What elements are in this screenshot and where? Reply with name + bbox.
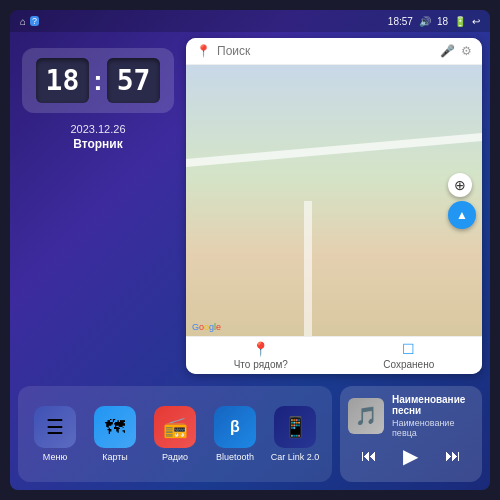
left-panel: 18 : 57 2023.12.26 Вторник: [18, 38, 178, 374]
map-saved-icon: ☐: [402, 341, 415, 357]
map-settings-icon[interactable]: ⚙: [461, 44, 472, 58]
music-play-button[interactable]: ▶: [403, 444, 418, 468]
app-icon-radio: 📻: [154, 406, 196, 448]
music-artist: Наименование певца: [392, 418, 474, 438]
app-item-menu[interactable]: ☰ Меню: [30, 406, 80, 462]
volume-icon: 🔊: [419, 16, 431, 27]
clock-hours: 18: [36, 58, 90, 103]
music-prev-button[interactable]: ⏮: [361, 447, 377, 465]
map-bottom-bar: 📍 Что рядом? ☐ Сохранено: [186, 336, 482, 374]
battery-icon: 🔋: [454, 16, 466, 27]
app-item-bluetooth[interactable]: β Bluetooth: [210, 406, 260, 462]
home-icon[interactable]: ⌂: [20, 16, 26, 27]
music-player: 🎵 Наименование песни Наименование певца …: [340, 386, 482, 482]
map-saved-button[interactable]: ☐ Сохранено: [383, 341, 434, 370]
map-area[interactable]: ⊕ ▲ Google: [186, 65, 482, 336]
map-pin-icon: 📍: [196, 44, 211, 58]
map-fab-buttons: ⊕ ▲: [448, 173, 476, 229]
app-label-bluetooth: Bluetooth: [216, 452, 254, 462]
date-info: 2023.12.26 Вторник: [70, 123, 125, 151]
music-text: Наименование песни Наименование певца: [392, 394, 474, 438]
map-navigate-icon[interactable]: ▲: [448, 201, 476, 229]
clock-widget: 18 : 57: [22, 48, 175, 113]
app-icon-bluetooth: β: [214, 406, 256, 448]
app-label-menu: Меню: [43, 452, 67, 462]
clock-separator: :: [93, 65, 102, 97]
map-nearby-label: Что рядом?: [234, 359, 288, 370]
main-content: 18 : 57 2023.12.26 Вторник 📍 🎤 ⚙: [10, 32, 490, 380]
app-label-carlink: Car Link 2.0: [271, 452, 320, 462]
status-bar-right: 18:57 🔊 18 🔋 ↩: [388, 16, 480, 27]
app-icon-menu: ☰: [34, 406, 76, 448]
app-label-maps: Карты: [102, 452, 128, 462]
question-icon[interactable]: ?: [30, 16, 39, 26]
date-text: 2023.12.26: [70, 123, 125, 135]
right-panel: 📍 🎤 ⚙ ⊕ ▲ Google 📍: [186, 38, 482, 374]
day-text: Вторник: [70, 137, 125, 151]
music-album-art: 🎵: [348, 398, 384, 434]
app-item-carlink[interactable]: 📱 Car Link 2.0: [270, 406, 320, 462]
app-icon-carlink: 📱: [274, 406, 316, 448]
clock-minutes: 57: [107, 58, 161, 103]
time-display: 18:57: [388, 16, 413, 27]
music-info-row: 🎵 Наименование песни Наименование певца: [348, 394, 474, 438]
app-grid: ☰ Меню 🗺 Карты 📻 Радио β Bluetooth 📱 Car…: [18, 386, 332, 482]
battery-level: 18: [437, 16, 448, 27]
music-title: Наименование песни: [392, 394, 474, 416]
google-logo: Google: [192, 322, 221, 332]
map-saved-label: Сохранено: [383, 359, 434, 370]
app-item-radio[interactable]: 📻 Радио: [150, 406, 200, 462]
music-controls: ⏮ ▶ ⏭: [348, 444, 474, 468]
device-frame: ⌂ ? 18:57 🔊 18 🔋 ↩ 18 : 57 2023.12.26 Вт…: [10, 10, 490, 490]
bottom-section: ☰ Меню 🗺 Карты 📻 Радио β Bluetooth 📱 Car…: [10, 380, 490, 490]
status-bar-left: ⌂ ?: [20, 16, 39, 27]
map-nearby-icon: 📍: [252, 341, 269, 357]
back-icon[interactable]: ↩: [472, 16, 480, 27]
map-mic-icon[interactable]: 🎤: [440, 44, 455, 58]
map-zoom-target-icon[interactable]: ⊕: [448, 173, 472, 197]
map-container[interactable]: 📍 🎤 ⚙ ⊕ ▲ Google 📍: [186, 38, 482, 374]
app-label-radio: Радио: [162, 452, 188, 462]
map-search-input[interactable]: [217, 44, 434, 58]
status-bar: ⌂ ? 18:57 🔊 18 🔋 ↩: [10, 10, 490, 32]
map-search-bar[interactable]: 📍 🎤 ⚙: [186, 38, 482, 65]
app-item-maps[interactable]: 🗺 Карты: [90, 406, 140, 462]
map-nearby-button[interactable]: 📍 Что рядом?: [234, 341, 288, 370]
app-icon-maps: 🗺: [94, 406, 136, 448]
music-next-button[interactable]: ⏭: [445, 447, 461, 465]
